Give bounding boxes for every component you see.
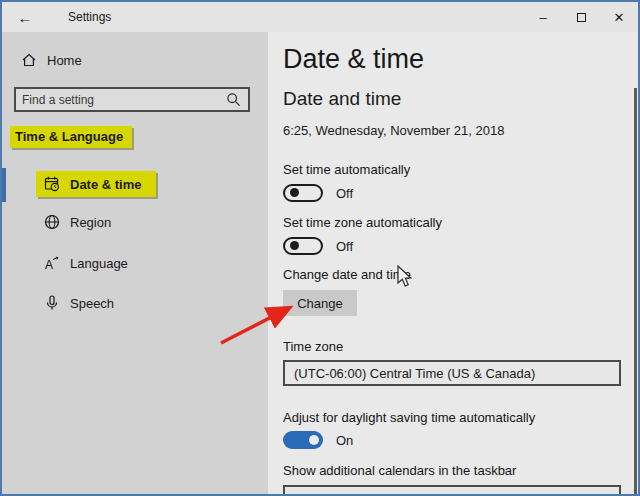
dst-toggle-group: On bbox=[283, 431, 353, 449]
dst-toggle[interactable] bbox=[283, 431, 323, 449]
close-button[interactable]: ✕ bbox=[600, 2, 638, 32]
sidebar-item-home[interactable]: Home bbox=[2, 47, 268, 73]
set-timezone-toggle[interactable] bbox=[283, 237, 323, 255]
search-input[interactable] bbox=[16, 93, 226, 107]
section-title: Date and time bbox=[283, 88, 401, 110]
back-button[interactable]: ← bbox=[2, 9, 48, 26]
set-time-label: Set time automatically bbox=[283, 162, 410, 177]
minimize-icon: – bbox=[539, 10, 546, 25]
sidebar-item-date-time[interactable]: Date & time bbox=[2, 166, 268, 202]
set-timezone-label: Set time zone automatically bbox=[283, 215, 442, 230]
sidebar-item-label: Region bbox=[70, 215, 111, 230]
set-time-toggle-group: Off bbox=[283, 184, 353, 202]
settings-window: ← Settings – ✕ Home Time & bbox=[0, 0, 640, 496]
home-icon bbox=[21, 52, 37, 68]
sidebar-item-speech[interactable]: Speech bbox=[2, 285, 268, 321]
maximize-icon bbox=[577, 13, 586, 22]
sidebar-item-label: Speech bbox=[70, 296, 114, 311]
sidebar-item-region[interactable]: Region bbox=[2, 204, 268, 240]
set-time-toggle[interactable] bbox=[283, 184, 323, 202]
page-title: Date & time bbox=[283, 44, 424, 75]
toggle-state-label: On bbox=[336, 433, 353, 448]
additional-calendars-value: Don't show additional calendars bbox=[294, 487, 477, 496]
minimize-button[interactable]: – bbox=[524, 2, 562, 32]
additional-calendars-label: Show additional calendars in the taskbar bbox=[283, 463, 516, 478]
svg-text:A: A bbox=[45, 258, 53, 272]
timezone-value: (UTC-06:00) Central Time (US & Canada) bbox=[294, 366, 535, 381]
translate-icon: A bbox=[44, 255, 60, 271]
window-title: Settings bbox=[68, 10, 111, 24]
timezone-label: Time zone bbox=[283, 339, 343, 354]
back-icon: ← bbox=[18, 9, 33, 26]
sidebar-item-label: Home bbox=[47, 53, 82, 68]
toggle-state-label: Off bbox=[336, 186, 353, 201]
title-bar: ← Settings – ✕ bbox=[2, 2, 638, 32]
sidebar-item-label: Language bbox=[70, 256, 128, 271]
additional-calendars-select[interactable]: Don't show additional calendars bbox=[283, 485, 621, 496]
sidebar-section-time-language: Time & Language bbox=[10, 126, 132, 148]
search-icon bbox=[226, 92, 241, 107]
search-box[interactable] bbox=[14, 87, 250, 112]
toggle-knob bbox=[290, 241, 299, 250]
window-controls: – ✕ bbox=[524, 2, 638, 32]
change-button[interactable]: Change bbox=[283, 290, 357, 316]
current-datetime: 6:25, Wednesday, November 21, 2018 bbox=[283, 123, 504, 138]
sidebar: Home Time & Language bbox=[2, 32, 268, 494]
app-body: Home Time & Language bbox=[2, 32, 638, 494]
close-icon: ✕ bbox=[614, 10, 625, 25]
set-timezone-toggle-group: Off bbox=[283, 237, 353, 255]
sidebar-item-label: Date & time bbox=[70, 177, 142, 192]
toggle-knob bbox=[309, 435, 319, 445]
dst-label: Adjust for daylight saving time automati… bbox=[283, 410, 535, 425]
timezone-select[interactable]: (UTC-06:00) Central Time (US & Canada) bbox=[283, 360, 621, 386]
maximize-button[interactable] bbox=[562, 2, 600, 32]
change-datetime-label: Change date and time bbox=[283, 267, 411, 282]
sidebar-item-language[interactable]: A Language bbox=[2, 245, 268, 281]
scrollbar[interactable] bbox=[634, 88, 637, 494]
main-content: Date & time Date and time 6:25, Wednesda… bbox=[268, 32, 638, 494]
toggle-knob bbox=[290, 188, 299, 197]
microphone-icon bbox=[44, 295, 60, 311]
calendar-clock-icon bbox=[44, 176, 60, 192]
toggle-state-label: Off bbox=[336, 239, 353, 254]
globe-icon bbox=[44, 214, 60, 230]
